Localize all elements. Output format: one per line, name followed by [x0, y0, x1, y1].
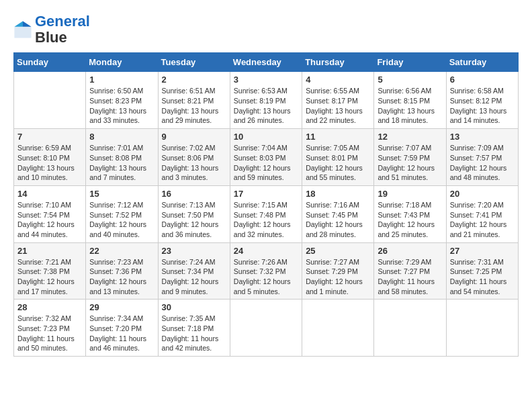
- calendar-cell: 2Sunrise: 6:51 AMSunset: 8:21 PMDaylight…: [158, 72, 230, 129]
- calendar-cell: 6Sunrise: 6:58 AMSunset: 8:12 PMDaylight…: [446, 72, 518, 129]
- cell-day-number: 30: [162, 302, 226, 312]
- cell-day-number: 24: [234, 246, 298, 256]
- page-header: General Blue: [13, 13, 519, 46]
- calendar-cell: 25Sunrise: 7:27 AMSunset: 7:29 PMDayligh…: [302, 242, 374, 300]
- calendar-cell: 28Sunrise: 7:32 AMSunset: 7:23 PMDayligh…: [14, 300, 86, 357]
- cell-info: Sunrise: 7:04 AMSunset: 8:03 PMDaylight:…: [234, 143, 298, 183]
- calendar-week-row: 14Sunrise: 7:10 AMSunset: 7:54 PMDayligh…: [14, 185, 519, 242]
- cell-info: Sunrise: 7:26 AMSunset: 7:32 PMDaylight:…: [234, 257, 298, 297]
- cell-day-number: 17: [234, 189, 298, 199]
- calendar-cell: 13Sunrise: 7:09 AMSunset: 7:57 PMDayligh…: [446, 129, 518, 186]
- calendar-cell: 4Sunrise: 6:55 AMSunset: 8:17 PMDaylight…: [302, 72, 374, 129]
- cell-info: Sunrise: 7:15 AMSunset: 7:48 PMDaylight:…: [234, 200, 298, 240]
- cell-info: Sunrise: 7:32 AMSunset: 7:23 PMDaylight:…: [17, 314, 82, 353]
- calendar-cell: 8Sunrise: 7:01 AMSunset: 8:08 PMDaylight…: [86, 129, 158, 186]
- logo: General Blue: [13, 13, 90, 46]
- cell-day-number: 27: [450, 246, 515, 256]
- weekday-header: Tuesday: [158, 53, 230, 72]
- calendar-cell: 14Sunrise: 7:10 AMSunset: 7:54 PMDayligh…: [14, 185, 86, 242]
- cell-info: Sunrise: 7:24 AMSunset: 7:34 PMDaylight:…: [162, 257, 226, 297]
- cell-day-number: 2: [162, 75, 226, 85]
- calendar-cell: 26Sunrise: 7:29 AMSunset: 7:27 PMDayligh…: [374, 242, 446, 300]
- cell-day-number: 4: [306, 75, 370, 85]
- calendar-week-row: 1Sunrise: 6:50 AMSunset: 8:23 PMDaylight…: [14, 72, 519, 129]
- cell-info: Sunrise: 6:51 AMSunset: 8:21 PMDaylight:…: [162, 86, 226, 126]
- cell-day-number: 12: [378, 132, 442, 142]
- calendar-cell: [374, 300, 446, 357]
- calendar-cell: 20Sunrise: 7:20 AMSunset: 7:41 PMDayligh…: [446, 185, 518, 242]
- cell-day-number: 1: [89, 75, 154, 85]
- weekday-header: Saturday: [446, 53, 518, 72]
- cell-info: Sunrise: 7:31 AMSunset: 7:25 PMDaylight:…: [450, 257, 515, 297]
- cell-info: Sunrise: 7:21 AMSunset: 7:38 PMDaylight:…: [17, 257, 82, 297]
- cell-day-number: 22: [89, 246, 154, 256]
- calendar-cell: 21Sunrise: 7:21 AMSunset: 7:38 PMDayligh…: [14, 242, 86, 300]
- calendar-cell: [446, 300, 518, 357]
- cell-day-number: 28: [17, 302, 82, 312]
- weekday-header: Monday: [86, 53, 158, 72]
- calendar-cell: 29Sunrise: 7:34 AMSunset: 7:20 PMDayligh…: [86, 300, 158, 357]
- calendar-cell: 12Sunrise: 7:07 AMSunset: 7:59 PMDayligh…: [374, 129, 446, 186]
- cell-day-number: 3: [234, 75, 298, 85]
- cell-info: Sunrise: 7:29 AMSunset: 7:27 PMDaylight:…: [378, 257, 442, 297]
- cell-day-number: 21: [17, 246, 82, 256]
- calendar-cell: [302, 300, 374, 357]
- weekday-header-row: SundayMondayTuesdayWednesdayThursdayFrid…: [14, 53, 519, 72]
- calendar-week-row: 7Sunrise: 6:59 AMSunset: 8:10 PMDaylight…: [14, 129, 519, 186]
- logo-icon: [13, 20, 32, 39]
- cell-day-number: 16: [162, 189, 226, 199]
- cell-day-number: 13: [450, 132, 515, 142]
- cell-info: Sunrise: 7:34 AMSunset: 7:20 PMDaylight:…: [89, 314, 154, 353]
- cell-info: Sunrise: 7:01 AMSunset: 8:08 PMDaylight:…: [89, 143, 154, 183]
- cell-day-number: 15: [89, 189, 154, 199]
- cell-day-number: 10: [234, 132, 298, 142]
- weekday-header: Thursday: [302, 53, 374, 72]
- cell-info: Sunrise: 7:27 AMSunset: 7:29 PMDaylight:…: [306, 257, 370, 297]
- cell-day-number: 9: [162, 132, 226, 142]
- cell-day-number: 14: [17, 189, 82, 199]
- cell-day-number: 6: [450, 75, 515, 85]
- calendar-cell: 16Sunrise: 7:13 AMSunset: 7:50 PMDayligh…: [158, 185, 230, 242]
- cell-info: Sunrise: 7:05 AMSunset: 8:01 PMDaylight:…: [306, 143, 370, 183]
- cell-day-number: 26: [378, 246, 442, 256]
- weekday-header: Friday: [374, 53, 446, 72]
- cell-info: Sunrise: 6:55 AMSunset: 8:17 PMDaylight:…: [306, 86, 370, 126]
- calendar-cell: 5Sunrise: 6:56 AMSunset: 8:15 PMDaylight…: [374, 72, 446, 129]
- cell-day-number: 5: [378, 75, 442, 85]
- cell-day-number: 19: [378, 189, 442, 199]
- calendar-cell: 30Sunrise: 7:35 AMSunset: 7:18 PMDayligh…: [158, 300, 230, 357]
- cell-day-number: 29: [89, 302, 154, 312]
- cell-info: Sunrise: 6:53 AMSunset: 8:19 PMDaylight:…: [234, 86, 298, 126]
- cell-info: Sunrise: 7:18 AMSunset: 7:43 PMDaylight:…: [378, 200, 442, 240]
- calendar-week-row: 21Sunrise: 7:21 AMSunset: 7:38 PMDayligh…: [14, 242, 519, 300]
- cell-info: Sunrise: 7:20 AMSunset: 7:41 PMDaylight:…: [450, 200, 515, 240]
- cell-info: Sunrise: 7:10 AMSunset: 7:54 PMDaylight:…: [17, 200, 82, 240]
- cell-info: Sunrise: 7:02 AMSunset: 8:06 PMDaylight:…: [162, 143, 226, 183]
- calendar-cell: 27Sunrise: 7:31 AMSunset: 7:25 PMDayligh…: [446, 242, 518, 300]
- cell-info: Sunrise: 6:50 AMSunset: 8:23 PMDaylight:…: [89, 86, 154, 126]
- cell-info: Sunrise: 7:12 AMSunset: 7:52 PMDaylight:…: [89, 200, 154, 240]
- cell-day-number: 20: [450, 189, 515, 199]
- cell-day-number: 23: [162, 246, 226, 256]
- calendar-cell: [14, 72, 86, 129]
- cell-day-number: 18: [306, 189, 370, 199]
- cell-info: Sunrise: 7:13 AMSunset: 7:50 PMDaylight:…: [162, 200, 226, 240]
- calendar-cell: 22Sunrise: 7:23 AMSunset: 7:36 PMDayligh…: [86, 242, 158, 300]
- cell-info: Sunrise: 7:16 AMSunset: 7:45 PMDaylight:…: [306, 200, 370, 240]
- calendar-cell: [230, 300, 302, 357]
- calendar-cell: 17Sunrise: 7:15 AMSunset: 7:48 PMDayligh…: [230, 185, 302, 242]
- cell-day-number: 8: [89, 132, 154, 142]
- cell-day-number: 7: [17, 132, 82, 142]
- cell-info: Sunrise: 7:35 AMSunset: 7:18 PMDaylight:…: [162, 314, 226, 353]
- calendar-cell: 18Sunrise: 7:16 AMSunset: 7:45 PMDayligh…: [302, 185, 374, 242]
- calendar-table: SundayMondayTuesdayWednesdayThursdayFrid…: [13, 52, 519, 357]
- svg-marker-2: [14, 21, 23, 27]
- logo-text: General Blue: [35, 13, 90, 46]
- cell-info: Sunrise: 7:07 AMSunset: 7:59 PMDaylight:…: [378, 143, 442, 183]
- weekday-header: Wednesday: [230, 53, 302, 72]
- calendar-cell: 23Sunrise: 7:24 AMSunset: 7:34 PMDayligh…: [158, 242, 230, 300]
- svg-marker-1: [23, 21, 32, 27]
- calendar-cell: 1Sunrise: 6:50 AMSunset: 8:23 PMDaylight…: [86, 72, 158, 129]
- calendar-cell: 24Sunrise: 7:26 AMSunset: 7:32 PMDayligh…: [230, 242, 302, 300]
- calendar-cell: 10Sunrise: 7:04 AMSunset: 8:03 PMDayligh…: [230, 129, 302, 186]
